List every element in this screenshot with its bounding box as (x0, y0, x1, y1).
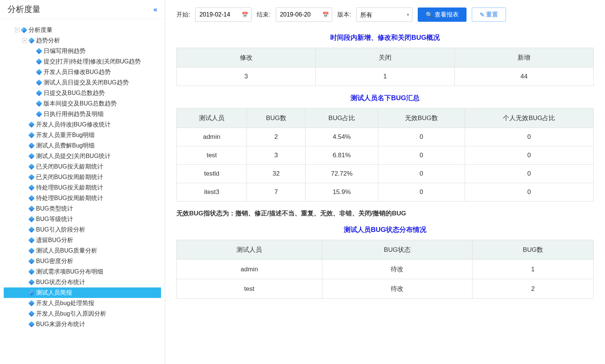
tree-node-1[interactable]: −趋势分析 (4, 35, 161, 46)
tree-node-label: 测试需求项BUG分布明细 (36, 267, 103, 276)
end-date-input-wrap[interactable]: 📅 (276, 8, 332, 22)
tree-node-label: 开发人员bug引入原因分析 (36, 309, 106, 318)
diamond-icon (29, 227, 35, 233)
tree-node-label: 趋势分析 (36, 36, 60, 45)
tree-node-24[interactable]: BUG状态分布统计 (4, 277, 161, 287)
tree-node-17[interactable]: BUG类型统计 (4, 203, 161, 214)
column-header: BUG数 (247, 108, 306, 128)
tree-node-22[interactable]: BUG密度分析 (4, 256, 161, 266)
tree-node-7[interactable]: 版本间提交及BUG总数趋势 (4, 98, 161, 109)
column-header: BUG状态 (322, 240, 472, 260)
tree-node-5[interactable]: 测试人员日提交及关闭BUG趋势 (4, 77, 161, 88)
diamond-icon (29, 153, 35, 159)
table-cell: 3 (247, 146, 306, 165)
tree-collapse-icon[interactable]: − (23, 38, 27, 43)
diamond-icon (29, 164, 35, 170)
invalid-bug-note: 无效BUG指状态为：撤销、修正/描述不当、重复、无效、非错、关闭/撤销的BUG (176, 209, 594, 218)
tree-node-13[interactable]: 已关闭BUG按天龄期统计 (4, 161, 161, 172)
tree-node-10[interactable]: 开发人员重开Bug明细 (4, 130, 161, 140)
tester-bug-table: 测试人员BUG数BUG占比无效BUG数个人无效BUG占比 admin24.54%… (176, 108, 594, 202)
diamond-check-icon (21, 27, 27, 33)
calendar-icon[interactable]: 📅 (242, 12, 248, 18)
calendar-icon[interactable]: 📅 (322, 12, 329, 18)
table-cell: 0 (378, 183, 465, 202)
collapse-sidebar-icon[interactable]: « (154, 6, 157, 14)
table-cell: 44 (455, 68, 593, 86)
table-cell: 0 (465, 146, 593, 165)
view-report-button[interactable]: 🔍查看报表 (418, 8, 467, 22)
tree-node-15[interactable]: 待处理BUG按天龄期统计 (4, 182, 161, 193)
end-date-label: 结束: (257, 11, 270, 19)
tree-node-label: 日执行用例趋势及明细 (44, 110, 104, 119)
column-header: 关闭 (316, 48, 455, 68)
tree-node-18[interactable]: BUG等级统计 (4, 214, 161, 224)
table-cell: testld (177, 165, 247, 183)
tree-node-21[interactable]: 测试人员BUG质量分析 (4, 245, 161, 256)
column-header: 修改 (177, 48, 316, 68)
section1-title: 时间段内新增、修改和关闭BUG概况 (176, 33, 594, 42)
table-cell: 0 (378, 165, 465, 183)
tree-node-label: 测试人员日提交及关闭BUG趋势 (44, 78, 129, 87)
diamond-icon (29, 269, 35, 275)
diamond-icon (29, 185, 35, 191)
column-header: 测试人员 (177, 108, 247, 128)
start-date-label: 开始: (176, 11, 190, 19)
tree-node-9[interactable]: 开发人员待改|BUG修改统计 (4, 119, 161, 130)
tree-node-25[interactable]: 测试人员简报 (4, 287, 161, 298)
start-date-input[interactable] (199, 11, 247, 18)
nav-tree: −分析度量−趋势分析日编写用例趋势提交|打开|待处理|修改|关闭BUG趋势开发人… (0, 19, 165, 335)
diamond-icon (36, 48, 42, 54)
table-cell: 72.72% (306, 165, 378, 183)
tree-node-label: 分析度量 (29, 26, 53, 35)
table-cell: admin (177, 260, 322, 279)
tree-node-4[interactable]: 开发人员日修改BUG趋势 (4, 67, 161, 77)
table-cell: 32 (247, 165, 306, 183)
table-cell: 4.54% (306, 128, 378, 146)
table-cell: 2 (247, 128, 306, 146)
diamond-icon (29, 195, 35, 201)
tree-node-14[interactable]: 已关闭BUG按周龄期统计 (4, 172, 161, 182)
tree-node-label: 开发人员日修改BUG趋势 (44, 68, 111, 77)
filter-toolbar: 开始: 📅 结束: 📅 版本: 所有 ▾ 🔍查看报表 ✎重置 (176, 8, 594, 22)
tree-node-8[interactable]: 日执行用例趋势及明细 (4, 109, 161, 119)
tree-node-16[interactable]: 待处理BUG按周龄期统计 (4, 193, 161, 203)
tree-collapse-icon[interactable]: − (15, 28, 20, 32)
tree-node-label: BUG类型统计 (36, 204, 73, 213)
tree-node-19[interactable]: BUG引入阶段分析 (4, 224, 161, 235)
tree-node-label: BUG状态分布统计 (36, 278, 85, 287)
tree-node-27[interactable]: 开发人员bug引入原因分析 (4, 308, 161, 319)
tree-node-12[interactable]: 测试人员提交|关闭BUG统计 (4, 151, 161, 161)
tree-node-28[interactable]: BUG来源分布统计 (4, 319, 161, 329)
diamond-icon (29, 143, 35, 149)
table-cell: 0 (378, 146, 465, 165)
tree-node-6[interactable]: 日提交及BUG总数趋势 (4, 88, 161, 98)
tree-node-label: 日编写用例趋势 (44, 47, 86, 56)
tree-node-label: BUG密度分析 (36, 257, 73, 266)
tree-node-20[interactable]: 遗留BUG分析 (4, 235, 161, 245)
tree-node-0[interactable]: −分析度量 (4, 25, 161, 35)
end-date-input[interactable] (280, 11, 328, 18)
tree-node-label: 已关闭BUG按周龄期统计 (36, 173, 103, 182)
version-select-wrap[interactable]: 所有 ▾ (356, 8, 412, 22)
tree-node-23[interactable]: 测试需求项BUG分布明细 (4, 266, 161, 277)
diamond-icon (29, 237, 35, 243)
table-cell: 2 (473, 279, 594, 299)
table-row: admin待改1 (177, 260, 594, 279)
tree-node-3[interactable]: 提交|打开|待处理|修改|关闭BUG趋势 (4, 56, 161, 67)
tree-node-26[interactable]: 开发人员bug处理简报 (4, 298, 161, 308)
tree-node-label: 提交|打开|待处理|修改|关闭BUG趋势 (44, 57, 141, 66)
pencil-icon: ✎ (480, 11, 485, 18)
table-cell: 15.9% (306, 183, 378, 202)
table-row: itest3715.9%00 (177, 183, 594, 202)
tree-node-2[interactable]: 日编写用例趋势 (4, 46, 161, 56)
tree-node-label: BUG引入阶段分析 (36, 225, 85, 234)
table-cell: test (177, 279, 322, 299)
tree-node-11[interactable]: 测试人员费解Bug明细 (4, 140, 161, 151)
tree-node-label: 开发人员重开Bug明细 (36, 131, 95, 140)
table-cell: test (177, 146, 247, 165)
reset-button[interactable]: ✎重置 (472, 8, 506, 22)
diamond-icon (29, 279, 35, 285)
version-select[interactable]: 所有 (360, 12, 408, 18)
start-date-input-wrap[interactable]: 📅 (195, 8, 251, 22)
tree-node-label: 待处理BUG按周龄期统计 (36, 194, 103, 203)
